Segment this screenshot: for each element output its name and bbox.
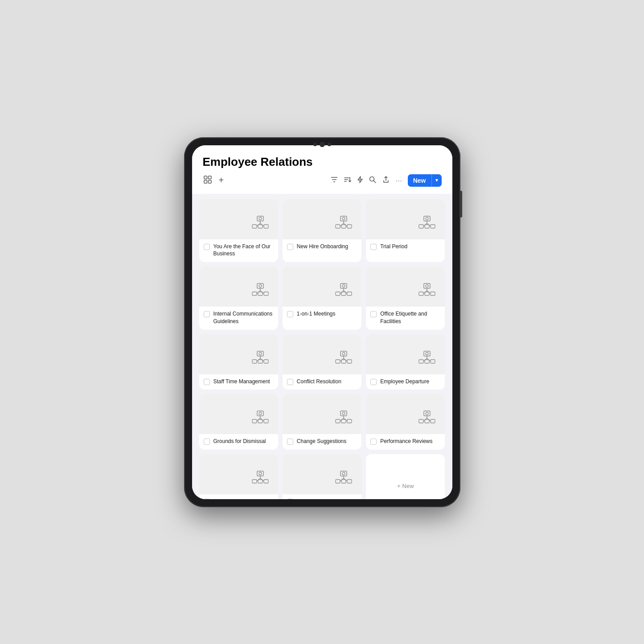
svg-rect-63 bbox=[258, 360, 263, 363]
card-info: New Hire Onboarding bbox=[283, 239, 361, 255]
svg-rect-103 bbox=[425, 419, 429, 423]
grid-view-icon[interactable] bbox=[203, 175, 213, 186]
card-item[interactable]: Change Suggestions bbox=[283, 394, 361, 450]
new-card[interactable]: + New bbox=[366, 454, 445, 499]
svg-rect-119 bbox=[341, 480, 346, 483]
card-checkbox[interactable] bbox=[204, 244, 210, 250]
svg-rect-80 bbox=[431, 360, 435, 363]
svg-rect-88 bbox=[264, 419, 268, 423]
svg-point-34 bbox=[259, 285, 262, 287]
card-title: Office Etiquette and Facilities bbox=[380, 310, 440, 325]
card-thumbnail bbox=[199, 199, 278, 239]
svg-rect-64 bbox=[264, 360, 268, 363]
card-item[interactable]: 1-on-1 Meetings bbox=[283, 267, 361, 330]
svg-rect-40 bbox=[264, 292, 268, 295]
card-checkbox[interactable] bbox=[287, 439, 293, 445]
svg-point-98 bbox=[426, 412, 428, 415]
card-thumbnail bbox=[199, 454, 278, 494]
card-checkbox[interactable] bbox=[370, 439, 377, 445]
svg-point-42 bbox=[342, 285, 345, 287]
card-checkbox[interactable] bbox=[287, 379, 293, 385]
card-item[interactable]: Grounds for Dismissal bbox=[199, 394, 278, 450]
camera-dot-2 bbox=[328, 143, 331, 146]
tablet-device: Employee Relations + bbox=[184, 137, 460, 507]
card-checkbox[interactable] bbox=[204, 311, 210, 317]
svg-rect-33 bbox=[257, 283, 263, 288]
more-icon[interactable]: ··· bbox=[395, 176, 403, 185]
card-checkbox[interactable] bbox=[204, 439, 210, 445]
card-info: Internal Communications Guidelines bbox=[199, 307, 278, 330]
card-checkbox[interactable] bbox=[370, 379, 377, 385]
svg-rect-14 bbox=[252, 225, 257, 228]
card-item[interactable]: Staff Time Management bbox=[199, 334, 278, 390]
card-info: Employee Departure bbox=[366, 374, 445, 390]
card-title: Grounds for Dismissal bbox=[213, 438, 266, 445]
svg-rect-24 bbox=[347, 225, 352, 228]
new-button[interactable]: New ▾ bbox=[408, 174, 442, 187]
card-item[interactable]: [add new procedure] bbox=[283, 454, 361, 499]
card-title: You Are the Face of Our Business bbox=[213, 243, 274, 258]
lightning-icon[interactable] bbox=[357, 175, 364, 186]
app-container: Employee Relations + bbox=[192, 145, 452, 499]
card-item[interactable]: Office Etiquette and Facilities bbox=[366, 267, 445, 330]
card-thumbnail bbox=[366, 199, 445, 239]
card-item[interactable]: Conflict Resolution bbox=[283, 334, 361, 390]
svg-rect-105 bbox=[257, 471, 263, 476]
svg-rect-25 bbox=[424, 216, 430, 221]
svg-rect-111 bbox=[258, 480, 263, 483]
svg-rect-32 bbox=[431, 225, 435, 228]
svg-rect-9 bbox=[257, 216, 263, 221]
card-item[interactable]: Performance Reviews bbox=[366, 394, 445, 450]
new-button-arrow[interactable]: ▾ bbox=[432, 175, 442, 186]
svg-rect-78 bbox=[419, 360, 423, 363]
card-title: 1-on-1 Meetings bbox=[297, 310, 336, 318]
svg-point-74 bbox=[426, 352, 428, 355]
camera-lens bbox=[320, 142, 325, 147]
svg-rect-46 bbox=[336, 292, 340, 295]
card-checkbox[interactable] bbox=[370, 311, 377, 317]
sort-icon[interactable] bbox=[343, 176, 352, 185]
card-thumbnail bbox=[366, 394, 445, 434]
card-checkbox[interactable] bbox=[370, 244, 377, 250]
filter-icon[interactable] bbox=[330, 176, 339, 185]
card-checkbox[interactable] bbox=[287, 311, 293, 317]
svg-rect-48 bbox=[347, 292, 352, 295]
card-item[interactable]: Trial Period bbox=[366, 199, 445, 263]
new-card-label: New bbox=[402, 483, 414, 489]
card-item[interactable]: Employee Departure bbox=[366, 334, 445, 390]
svg-rect-65 bbox=[340, 351, 347, 356]
plus-icon: + bbox=[397, 483, 401, 489]
card-item[interactable]: Internal Communications Guidelines bbox=[199, 267, 278, 330]
svg-rect-120 bbox=[347, 480, 352, 483]
svg-rect-72 bbox=[347, 360, 352, 363]
share-icon[interactable] bbox=[381, 175, 390, 186]
svg-rect-94 bbox=[336, 419, 340, 423]
card-checkbox[interactable] bbox=[287, 244, 293, 250]
card-checkbox[interactable] bbox=[204, 379, 210, 385]
add-icon[interactable]: + bbox=[218, 174, 225, 186]
svg-line-8 bbox=[374, 180, 376, 183]
page-title: Employee Relations bbox=[203, 155, 442, 169]
card-item[interactable]: You Are the Face of Our Business bbox=[199, 199, 278, 263]
svg-rect-55 bbox=[425, 292, 429, 295]
svg-rect-118 bbox=[336, 480, 340, 483]
card-info: Change Suggestions bbox=[283, 434, 361, 450]
svg-rect-97 bbox=[424, 411, 430, 416]
svg-rect-70 bbox=[336, 360, 340, 363]
svg-point-82 bbox=[259, 412, 262, 415]
card-title: New Hire Onboarding bbox=[297, 243, 348, 250]
camera-dot-1 bbox=[313, 143, 317, 146]
svg-rect-112 bbox=[264, 480, 268, 483]
svg-rect-57 bbox=[257, 351, 263, 356]
card-title: Conflict Resolution bbox=[297, 378, 341, 386]
svg-point-18 bbox=[342, 217, 345, 220]
card-thumbnail bbox=[283, 454, 361, 494]
svg-rect-38 bbox=[252, 292, 257, 295]
search-icon[interactable] bbox=[368, 175, 377, 186]
card-item[interactable]: Continuous Learning and Development bbox=[199, 454, 278, 499]
card-item[interactable]: New Hire Onboarding bbox=[283, 199, 361, 263]
svg-rect-30 bbox=[419, 225, 423, 228]
svg-rect-1 bbox=[208, 176, 211, 179]
svg-rect-0 bbox=[204, 176, 207, 179]
svg-rect-104 bbox=[431, 419, 435, 423]
